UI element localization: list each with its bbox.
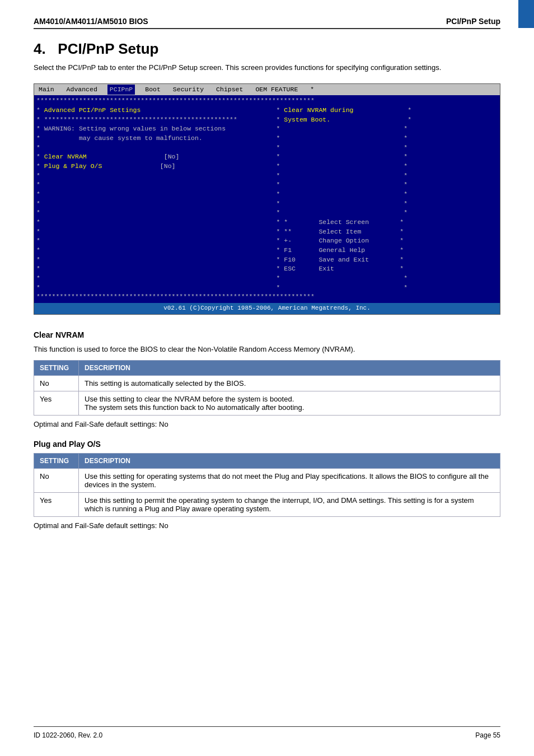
- footer-id: ID 1022-2060, Rev. 2.0: [34, 731, 102, 739]
- bios-right-2: * System Boot. *: [276, 115, 498, 125]
- bios-left-3: * WARNING: Setting wrong values in below…: [36, 124, 276, 134]
- clear-nvram-row-yes: Yes Use this setting to clear the NVRAM …: [34, 391, 500, 416]
- bios-menu-oem[interactable]: OEM FEATURE: [253, 85, 300, 95]
- bios-left-ss: *: [36, 218, 276, 227]
- bios-menu-main[interactable]: Main: [36, 85, 57, 95]
- bios-left-8: *: [36, 171, 276, 181]
- bios-right-11: * *: [276, 199, 498, 209]
- clear-nvram-description: This function is used to force the BIOS …: [34, 344, 500, 355]
- bios-right-co: * +- Change Option *: [276, 236, 498, 246]
- bios-menu-chipset[interactable]: Chipset: [214, 85, 245, 95]
- plug-and-play-heading: Plug and Play O/S: [34, 440, 500, 449]
- bios-row-empty2: * * *: [36, 283, 498, 293]
- bios-stars-top: ****************************************…: [36, 96, 498, 106]
- page-footer: ID 1022-2060, Rev. 2.0 Page 55: [34, 726, 500, 739]
- bios-right-ss: * * Select Screen *: [276, 218, 498, 227]
- plug-and-play-desc-yes: Use this setting to permit the operating…: [79, 493, 500, 517]
- bios-row-5: * * *: [36, 143, 498, 153]
- plug-and-play-row-yes: Yes Use this setting to permit the opera…: [34, 493, 500, 517]
- plug-and-play-desc-no: Use this setting for operating systems t…: [79, 469, 500, 493]
- bios-row-2: * **************************************…: [36, 115, 498, 125]
- clear-nvram-desc-no: This setting is automatically selected b…: [79, 376, 500, 391]
- bios-right-10: * *: [276, 190, 498, 199]
- bios-row-general-help: * * F1 General Help *: [36, 246, 498, 255]
- page-container: AM4010/AM4011/AM5010 BIOS PCI/PnP Setup …: [0, 0, 534, 756]
- bios-right-6: * *: [276, 152, 498, 162]
- bios-right-esc: * ESC Exit *: [276, 264, 498, 274]
- clear-nvram-col-setting: SETTING: [34, 361, 79, 376]
- bios-row-empty1: * * *: [36, 274, 498, 283]
- bios-row-esc: * * ESC Exit *: [36, 264, 498, 274]
- bios-right-se: * F10 Save and Exit *: [276, 255, 498, 265]
- bios-right-7: * *: [276, 162, 498, 171]
- bios-right-8: * *: [276, 171, 498, 181]
- header-title-left: AM4010/AM4011/AM5010 BIOS: [34, 17, 148, 26]
- bios-menu-star: *: [308, 85, 316, 95]
- bios-row-9: * * *: [36, 180, 498, 190]
- plug-and-play-setting-no: No: [34, 469, 79, 493]
- bios-left-12: *: [36, 208, 276, 218]
- plug-and-play-row-no: No Use this setting for operating system…: [34, 469, 500, 493]
- bios-left-7: * Plug & Play O/S [No]: [36, 162, 276, 171]
- bios-left-4: * may cause system to malfunction.: [36, 134, 276, 143]
- bios-right-1: * Clear NVRAM during *: [276, 106, 498, 115]
- bios-left-1: * Advanced PCI/PnP Settings: [36, 106, 276, 115]
- bios-left-e2: *: [36, 283, 276, 293]
- bios-stars-bottom: ****************************************…: [36, 292, 498, 302]
- bios-row-select-screen: * * * Select Screen *: [36, 218, 498, 227]
- bios-right-3: * *: [276, 124, 498, 134]
- clear-nvram-setting-yes: Yes: [34, 391, 79, 416]
- bios-left-9: *: [36, 180, 276, 190]
- clear-nvram-row-no: No This setting is automatically selecte…: [34, 376, 500, 391]
- bios-right-9: * *: [276, 180, 498, 190]
- plug-and-play-table: SETTING DESCRIPTION No Use this setting …: [34, 453, 500, 517]
- bios-row-3: * WARNING: Setting wrong values in below…: [36, 124, 498, 134]
- bios-menu-advanced[interactable]: Advanced: [64, 85, 100, 95]
- clear-nvram-col-description: DESCRIPTION: [79, 361, 500, 376]
- bios-right-12: * *: [276, 208, 498, 218]
- plug-and-play-col-setting: SETTING: [34, 454, 79, 469]
- clear-nvram-heading: Clear NVRAM: [34, 330, 500, 339]
- bios-right-gh: * F1 General Help *: [276, 246, 498, 255]
- header-title-right: PCI/PnP Setup: [446, 17, 500, 26]
- bios-left-11: *: [36, 199, 276, 209]
- bios-screen: Main Advanced PCIPnP Boot Security Chips…: [34, 83, 500, 315]
- bios-left-5: *: [36, 143, 276, 153]
- bios-left-co: *: [36, 236, 276, 246]
- bios-menu-pcipnp[interactable]: PCIPnP: [107, 85, 135, 95]
- bios-row-4: * may cause system to malfunction. * *: [36, 134, 498, 143]
- clear-nvram-optimal-note: Optimal and Fail-Safe default settings: …: [34, 420, 500, 428]
- bios-row-7: * Plug & Play O/S [No] * *: [36, 162, 498, 171]
- bios-row-11: * * *: [36, 199, 498, 209]
- clear-nvram-table: SETTING DESCRIPTION No This setting is a…: [34, 360, 500, 416]
- section-number: 4. PCI/PnP Setup: [34, 40, 500, 58]
- section-description: Select the PCI/PnP tab to enter the PCI/…: [34, 62, 500, 73]
- bios-footer-bar: v02.61 (C)Copyright 1985-2006, American …: [34, 303, 500, 314]
- bios-menu-boot[interactable]: Boot: [143, 85, 163, 95]
- bios-right-5: * *: [276, 143, 498, 153]
- bios-left-e1: *: [36, 274, 276, 283]
- bios-row-12: * * *: [36, 208, 498, 218]
- bios-right-si: * ** Select Item *: [276, 227, 498, 237]
- bios-row-10: * * *: [36, 190, 498, 199]
- bios-right-4: * *: [276, 134, 498, 143]
- clear-nvram-setting-no: No: [34, 376, 79, 391]
- header: AM4010/AM4011/AM5010 BIOS PCI/PnP Setup: [34, 17, 500, 26]
- bios-body: ****************************************…: [34, 95, 500, 303]
- bios-row-select-item: * * ** Select Item *: [36, 227, 498, 237]
- header-divider: [34, 28, 500, 29]
- bios-menu-security[interactable]: Security: [171, 85, 206, 95]
- bios-left-esc: *: [36, 264, 276, 274]
- corner-tab: [518, 0, 534, 28]
- bios-right-e2: * *: [276, 283, 498, 293]
- bios-row-8: * * *: [36, 171, 498, 181]
- clear-nvram-desc-yes: Use this setting to clear the NVRAM befo…: [79, 391, 500, 416]
- footer-divider: [34, 726, 500, 727]
- bios-row-1: * Advanced PCI/PnP Settings * Clear NVRA…: [36, 106, 498, 115]
- bios-left-si: *: [36, 227, 276, 237]
- bios-menu-bar: Main Advanced PCIPnP Boot Security Chips…: [34, 84, 500, 96]
- footer-page: Page 55: [475, 731, 500, 739]
- bios-left-6: * Clear NVRAM [No]: [36, 152, 276, 162]
- bios-left-se: *: [36, 255, 276, 265]
- plug-and-play-setting-yes: Yes: [34, 493, 79, 517]
